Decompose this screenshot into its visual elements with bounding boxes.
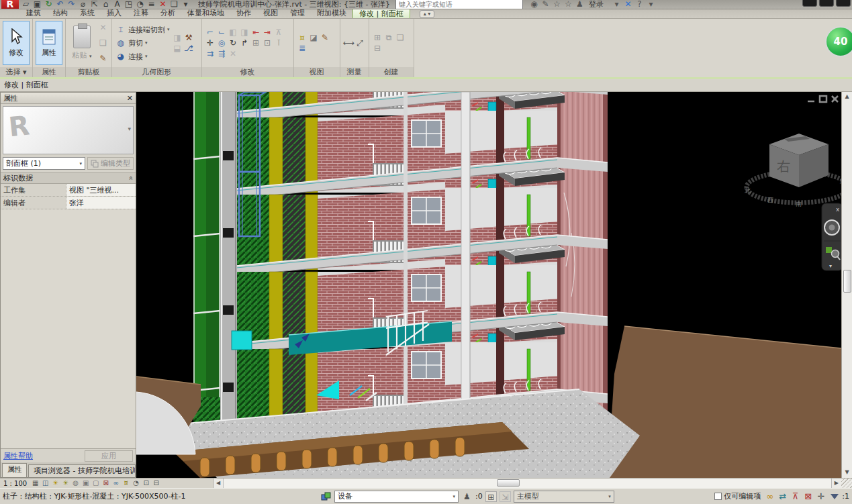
- design-options-icon[interactable]: ⊞: [485, 491, 497, 502]
- worksharing-display-toggle-icon[interactable]: ∞: [763, 491, 776, 502]
- exchange-apps-icon[interactable]: ✎: [540, 0, 551, 9]
- create-group-icon[interactable]: ⊞: [372, 32, 383, 43]
- create-assembly-icon[interactable]: ❏: [395, 32, 406, 43]
- close-inactive-windows-icon[interactable]: ✕: [157, 0, 169, 9]
- drag-elements-icon[interactable]: ✛: [814, 491, 827, 502]
- ribbon-tab-10[interactable]: 附加模块: [311, 9, 352, 18]
- ribbon-collapse-button[interactable]: ▴ ▾: [420, 10, 435, 18]
- cut-geometry-button[interactable]: ◍剪切▾: [115, 36, 170, 50]
- align-icon[interactable]: ⌐: [205, 27, 216, 38]
- paint-icon[interactable]: ⎇: [183, 43, 195, 54]
- view-scale[interactable]: 1 : 100: [3, 480, 27, 487]
- linework-icon[interactable]: ✎: [320, 32, 331, 43]
- move-icon[interactable]: ✛: [205, 38, 216, 48]
- tag-icon[interactable]: ⌂: [100, 0, 111, 9]
- active-workset-dropdown[interactable]: 设备▾: [334, 491, 459, 503]
- split-gap-icon[interactable]: ⇥: [262, 27, 273, 38]
- 3d-view-scene[interactable]: 右 北 东 南 西 x ▾: [136, 92, 841, 478]
- horizontal-scrollbar[interactable]: [223, 478, 832, 488]
- ribbon-tab-3[interactable]: 插入: [101, 9, 128, 18]
- copy-move-icon[interactable]: ◎: [216, 38, 228, 48]
- collapse-section-icon[interactable]: »: [126, 176, 135, 181]
- measure-icon[interactable]: ⌀: [77, 0, 89, 9]
- green-curtain-strip[interactable]: [193, 92, 220, 431]
- panel-label-view[interactable]: 视图: [294, 67, 340, 77]
- copy-icon[interactable]: ❏: [97, 38, 109, 48]
- sun-path-icon[interactable]: ☀: [50, 478, 60, 488]
- vertical-scroll-thumb[interactable]: [843, 270, 851, 293]
- mirror-draw-icon[interactable]: ◨: [239, 27, 250, 38]
- split-face-icon[interactable]: ⬓: [172, 43, 183, 54]
- sign-in-icon[interactable]: ♟: [574, 0, 585, 9]
- revit-app-menu-icon[interactable]: R: [1, 0, 19, 9]
- horizontal-scroll-thumb[interactable]: [497, 479, 520, 487]
- wall-joins-icon[interactable]: ◨: [172, 32, 183, 43]
- displace-elements-icon[interactable]: ⊟: [151, 478, 161, 488]
- split-icon[interactable]: ⇤: [250, 27, 262, 38]
- cope-icon[interactable]: ⌙: [216, 27, 228, 38]
- properties-help-link[interactable]: 属性帮助: [3, 451, 85, 461]
- thin-lines-icon[interactable]: ≡: [146, 0, 157, 9]
- lock-view-icon[interactable]: ⊠: [101, 478, 111, 488]
- search-icon[interactable]: ◉: [528, 0, 540, 9]
- modify-tool-button[interactable]: 修改: [3, 21, 30, 65]
- ribbon-tab-4[interactable]: 注释: [128, 9, 154, 18]
- open-file-icon[interactable]: ▱: [20, 0, 32, 9]
- navigation-bar[interactable]: x ▾: [822, 203, 841, 270]
- section-icon[interactable]: ◔: [134, 0, 146, 9]
- create-similar-icon[interactable]: ⧉: [383, 32, 395, 43]
- panel-label-measure[interactable]: 测量: [340, 67, 369, 77]
- cut-icon[interactable]: ✕: [97, 22, 109, 33]
- unpin-icon[interactable]: ⊼: [273, 27, 285, 38]
- pin-icon[interactable]: ⊺: [273, 38, 285, 48]
- save-icon[interactable]: ▣: [32, 0, 43, 9]
- sign-in-label[interactable]: 登录: [589, 0, 604, 9]
- checkbox-icon[interactable]: [714, 493, 722, 500]
- delete-icon[interactable]: ✕: [228, 48, 239, 59]
- ribbon-tab-6[interactable]: 体量和场地: [181, 9, 230, 18]
- select-pinned-elements-icon[interactable]: ⊼: [789, 491, 802, 502]
- navbar-close-icon[interactable]: x: [836, 206, 840, 213]
- tab-properties[interactable]: 属性: [2, 463, 27, 477]
- create-parts-icon[interactable]: ⊟: [372, 43, 383, 54]
- aligned-dimension-icon[interactable]: ⤢: [354, 38, 366, 48]
- toposurface-right[interactable]: [608, 326, 841, 478]
- worksharing-display-icon[interactable]: ◔: [131, 478, 141, 488]
- properties-close-icon[interactable]: ✕: [127, 94, 133, 103]
- detail-level-icon[interactable]: ▦: [30, 478, 40, 488]
- preview-dropdown-icon[interactable]: ▾: [128, 125, 131, 132]
- displace-elements-icon[interactable]: ≣: [297, 43, 308, 54]
- ribbon-tab-7[interactable]: 协作: [230, 9, 257, 18]
- editable-only-checkbox[interactable]: 仅可编辑项: [714, 491, 761, 501]
- render-icon[interactable]: ◍: [70, 478, 81, 488]
- show-crop-icon[interactable]: ▢: [91, 478, 101, 488]
- filter-icon[interactable]: [831, 494, 839, 499]
- temporary-view-properties-icon[interactable]: ⊡: [141, 478, 151, 488]
- apply-button[interactable]: 应用: [85, 450, 133, 462]
- help-icon[interactable]: ?: [634, 0, 645, 9]
- offset-icon[interactable]: ⇉: [205, 48, 216, 59]
- communication-center-icon[interactable]: ☆: [551, 0, 563, 9]
- panel-label-select[interactable]: 选择 ▾: [0, 67, 32, 77]
- scroll-down-icon[interactable]: ▼: [845, 468, 849, 478]
- review-warnings-icon[interactable]: ⇄: [776, 491, 789, 502]
- minimize-button[interactable]: [802, 0, 817, 7]
- navbar-expand-icon[interactable]: ▾: [829, 263, 832, 269]
- redo-icon[interactable]: ↷: [66, 0, 77, 9]
- sync-with-central-icon[interactable]: ↻: [43, 0, 54, 9]
- login-caret-icon[interactable]: ▾: [611, 0, 622, 9]
- left-edge-column[interactable]: [220, 92, 237, 451]
- aligned-dimension-icon[interactable]: ⇱: [89, 0, 100, 9]
- crop-view-icon[interactable]: ▣: [81, 478, 91, 488]
- cut-beam-button[interactable]: ⌶连接端切割▾: [115, 23, 170, 36]
- ribbon-tab-8[interactable]: 视图: [257, 9, 284, 18]
- visual-style-icon[interactable]: ◫: [40, 478, 50, 488]
- panel-label-properties[interactable]: 属性: [33, 67, 65, 77]
- measure-length-icon[interactable]: ⟷: [343, 38, 354, 48]
- stair-edge-strip[interactable]: [404, 92, 408, 441]
- panel-label-modify[interactable]: 修改: [202, 67, 293, 77]
- hide-elements-icon[interactable]: ¤: [297, 32, 308, 43]
- design-option-dropdown[interactable]: 主模型▾: [514, 491, 614, 503]
- panel-label-create[interactable]: 创建: [369, 67, 414, 77]
- demolish-icon[interactable]: ⚒: [183, 32, 195, 43]
